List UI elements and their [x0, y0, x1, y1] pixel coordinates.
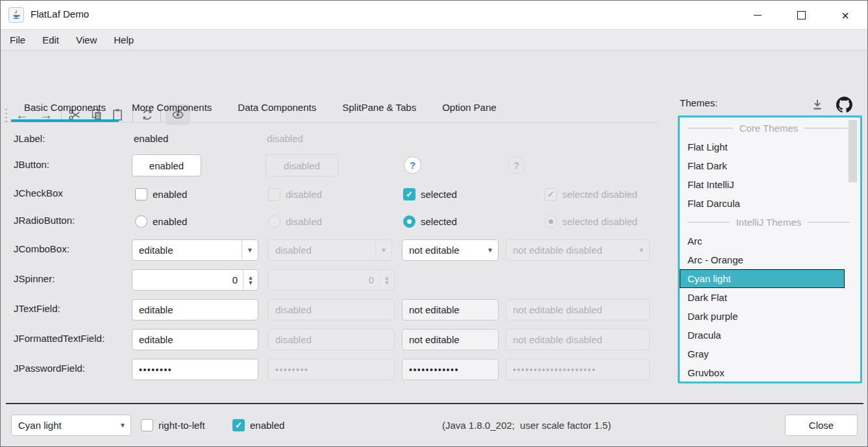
github-link-button[interactable]: [836, 96, 852, 113]
theme-item-cyan-light[interactable]: Cyan light: [680, 269, 845, 288]
checkbox-checked-icon[interactable]: ✓: [403, 188, 415, 200]
combobox-arrow-button: ▼: [375, 240, 391, 260]
menu-help[interactable]: Help: [111, 33, 136, 47]
right-to-left-checkbox[interactable]: right-to-left: [141, 419, 205, 431]
jspinner-row-label: JSpinner:: [14, 273, 55, 284]
checkbox-checked-icon[interactable]: ✓: [232, 419, 245, 431]
chevron-down-icon: ▼: [487, 247, 493, 254]
checkbox-unchecked-icon[interactable]: [141, 419, 153, 431]
java-coffee-icon: [11, 10, 21, 20]
themes-label: Themes:: [680, 97, 717, 108]
theme-item-dark-purple[interactable]: Dark purple: [680, 307, 845, 326]
radio-unselected-icon[interactable]: [135, 215, 147, 228]
jcheckbox-row-label: JCheckBox: [14, 187, 63, 199]
maximize-icon: [797, 11, 806, 19]
menu-file[interactable]: File: [7, 33, 28, 47]
theme-selector-combobox[interactable]: Cyan light ▼: [11, 415, 131, 436]
close-button[interactable]: Close: [785, 415, 858, 436]
help-button[interactable]: ?: [404, 156, 421, 174]
textfield-not-editable: not editable: [402, 299, 499, 320]
status-text: (Java 1.8.0_202; user scale factor 1.5): [442, 420, 611, 431]
formatted-textfield-not-editable-disabled: not editable disabled: [506, 329, 650, 350]
jtextfield-row-label: JTextField:: [14, 303, 60, 314]
tab-more-components[interactable]: More Components: [119, 95, 225, 122]
combobox-arrow-button[interactable]: ▼: [482, 240, 498, 260]
radio-unselected-disabled-icon: [268, 215, 280, 228]
scrollbar-thumb[interactable]: [849, 120, 857, 182]
combobox-not-editable[interactable]: not editable ▼: [402, 239, 499, 261]
title-bar: FlatLaf Demo ×: [1, 1, 867, 30]
jpasswordfield-row-label: JPasswordField:: [14, 363, 85, 374]
minimize-button[interactable]: [743, 1, 773, 30]
checkbox-disabled: disabled: [268, 188, 322, 200]
spinner-buttons: ▲▼: [379, 270, 394, 290]
question-mark-icon: ?: [514, 160, 519, 171]
theme-item-dracula[interactable]: Dracula: [680, 326, 845, 344]
chevron-down-icon: ▼: [380, 247, 387, 254]
theme-group-separator: Core Themes: [688, 119, 850, 138]
close-window-button[interactable]: ×: [830, 1, 860, 30]
theme-item-dark-flat[interactable]: Dark Flat: [680, 288, 845, 307]
enabled-checkbox[interactable]: ✓ enabled: [232, 419, 284, 431]
radio-selected-icon[interactable]: [403, 215, 415, 228]
chevron-down-icon: ▼: [247, 247, 253, 254]
theme-item-gruvbox[interactable]: Gruvbox: [680, 363, 845, 382]
combobox-disabled: disabled ▼: [268, 239, 392, 261]
password-field-editable[interactable]: ••••••••: [132, 359, 258, 380]
checkbox-selected[interactable]: ✓ selected: [403, 188, 457, 200]
close-icon: ×: [841, 9, 849, 22]
theme-item-arc-orange[interactable]: Arc - Orange: [680, 250, 845, 269]
chevron-down-icon: ▼: [638, 247, 645, 254]
radio-enabled[interactable]: enabled: [135, 215, 187, 228]
jlabel-disabled: disabled: [267, 133, 303, 144]
checkbox-unchecked-disabled-icon: [268, 188, 280, 200]
jbutton-row-label: JButton:: [14, 159, 49, 170]
combobox-arrow-button[interactable]: ▼: [115, 415, 130, 435]
tab-basic-components[interactable]: Basic Components: [11, 95, 119, 122]
disabled-button: disabled: [266, 154, 338, 176]
download-themes-button[interactable]: [809, 96, 826, 113]
theme-item-flat-intellij[interactable]: Flat IntelliJ: [680, 175, 845, 194]
combobox-editable[interactable]: editable ▼: [132, 239, 258, 261]
jradiobutton-row-label: JRadioButton:: [14, 215, 75, 226]
jcombobox-row-label: JComboBox:: [14, 243, 69, 254]
radio-selected[interactable]: selected: [403, 215, 457, 228]
window-title: FlatLaf Demo: [31, 8, 89, 19]
checkbox-unchecked-icon[interactable]: [135, 188, 147, 200]
formatted-textfield-editable[interactable]: editable: [132, 329, 258, 350]
theme-item-arc[interactable]: Arc: [680, 232, 845, 250]
tab-option-pane[interactable]: Option Pane: [429, 95, 509, 122]
minimize-icon: [754, 15, 762, 16]
password-field-not-editable-disabled: ••••••••••••••••••••: [506, 359, 650, 380]
textfield-editable[interactable]: editable: [132, 299, 258, 320]
github-icon: [836, 97, 852, 113]
tab-splitpane-tabs[interactable]: SplitPane & Tabs: [329, 95, 429, 122]
checkbox-enabled[interactable]: enabled: [135, 188, 187, 200]
menu-bar: File Edit View Help: [1, 30, 867, 51]
spinner-down-icon: ▼: [384, 280, 390, 285]
themes-list[interactable]: Core Themes Flat Light Flat Dark Flat In…: [678, 115, 862, 383]
jlabel-row-label: JLabel:: [14, 133, 45, 144]
theme-item-gray[interactable]: Gray: [680, 344, 845, 363]
menu-edit[interactable]: Edit: [40, 33, 62, 47]
combobox-arrow-button: ▼: [634, 240, 649, 260]
combobox-not-editable-disabled: not editable disabled ▼: [506, 239, 650, 261]
toolbar: ← →: [1, 51, 867, 80]
spinner-buttons[interactable]: ▲▼: [243, 270, 258, 290]
java-app-icon: [8, 7, 24, 23]
app-window: FlatLaf Demo × File Edit View Help ← →: [0, 0, 868, 447]
tab-data-components[interactable]: Data Components: [225, 95, 329, 122]
spinner[interactable]: 0 ▲▼: [132, 269, 258, 291]
spinner-down-icon[interactable]: ▼: [248, 280, 254, 285]
checkbox-checked-disabled-icon: ✓: [545, 188, 557, 200]
theme-item-flat-darcula[interactable]: Flat Darcula: [680, 194, 845, 213]
maximize-button[interactable]: [786, 1, 816, 30]
theme-item-flat-light[interactable]: Flat Light: [680, 138, 845, 156]
enabled-button[interactable]: enabled: [132, 154, 201, 176]
checkbox-selected-disabled: ✓ selected disabled: [545, 188, 638, 200]
combobox-arrow-button[interactable]: ▼: [242, 240, 258, 260]
password-field-disabled: ••••••••: [268, 359, 395, 380]
radio-selected-disabled: selected disabled: [545, 215, 638, 228]
menu-view[interactable]: View: [73, 33, 99, 47]
theme-item-flat-dark[interactable]: Flat Dark: [680, 156, 845, 175]
